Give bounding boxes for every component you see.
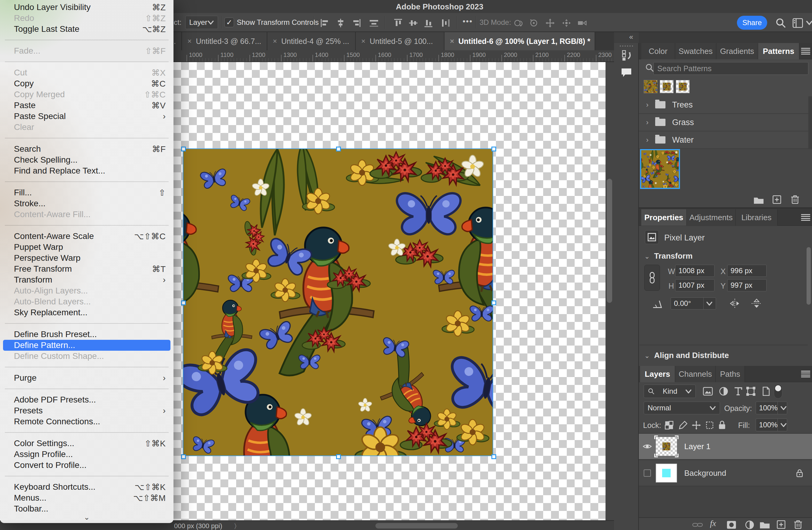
- distribute-horizontal-icon[interactable]: [369, 18, 379, 28]
- tab-paths[interactable]: Paths: [716, 366, 745, 382]
- menu-item-adobe-pdf-presets[interactable]: Adobe PDF Presets...: [0, 394, 173, 405]
- layer-thumbnail[interactable]: [656, 464, 677, 483]
- filter-kind-dropdown[interactable]: Kind: [644, 385, 696, 398]
- tab-gradients[interactable]: Gradients: [716, 43, 758, 59]
- filter-pixel-layers-icon[interactable]: [702, 386, 713, 397]
- collapse-panels-icon[interactable]: «: [629, 33, 633, 41]
- delete-icon[interactable]: [789, 194, 800, 204]
- tab-color[interactable]: Color: [641, 43, 675, 59]
- pattern-preset-3[interactable]: [676, 80, 690, 93]
- 3d-orbit-icon[interactable]: [513, 18, 523, 28]
- align-right-edges-icon[interactable]: [351, 18, 361, 28]
- horizontal-scrollbar[interactable]: [375, 523, 458, 529]
- lock-all-icon[interactable]: [717, 420, 727, 430]
- menu-item-define-brush-preset[interactable]: Define Brush Preset...: [0, 329, 173, 340]
- flip-vertical-icon[interactable]: [750, 297, 763, 310]
- new-pattern-icon[interactable]: [771, 195, 782, 205]
- menu-item-find-and-replace-text[interactable]: Find and Replace Text...: [0, 166, 173, 176]
- panel-menu-icon[interactable]: [801, 371, 810, 377]
- menu-item-copy[interactable]: Copy⌘C: [0, 78, 173, 89]
- tab-swatches[interactable]: Swatches: [675, 43, 716, 59]
- dock-grip-handle[interactable]: [620, 45, 633, 47]
- blend-mode-dropdown[interactable]: Normal: [644, 402, 720, 414]
- x-field[interactable]: 996 px: [727, 265, 767, 277]
- menu-item-toggle-last-state[interactable]: Toggle Last State⌥⌘Z: [0, 24, 173, 34]
- vertical-scrollbar[interactable]: [607, 179, 612, 303]
- tab-layers[interactable]: Layers: [640, 366, 675, 382]
- show-transform-controls-checkbox[interactable]: ✓: [224, 17, 234, 27]
- height-field[interactable]: 1007 px: [675, 279, 714, 291]
- more-options-icon[interactable]: •••: [463, 17, 473, 26]
- filter-adjustment-layers-icon[interactable]: [718, 386, 729, 397]
- align-distribute-header[interactable]: ⌄Align and Distribute: [644, 351, 729, 360]
- expand-folder-icon[interactable]: ›: [646, 136, 649, 144]
- 3d-roll-icon[interactable]: [528, 18, 539, 28]
- opacity-field[interactable]: 100%: [756, 402, 787, 414]
- tab-adjustments[interactable]: Adjustments: [687, 209, 736, 226]
- search-patterns-input[interactable]: Search Patterns: [653, 62, 808, 75]
- lock-image-icon[interactable]: [678, 420, 688, 430]
- align-top-edges-icon[interactable]: [393, 18, 403, 28]
- document-tab-2[interactable]: ×Untitled-4 @ 25% ...: [267, 32, 356, 50]
- layer-name[interactable]: Layer 1: [684, 442, 711, 451]
- link-dimensions-button[interactable]: [644, 265, 660, 291]
- y-field[interactable]: 997 px: [727, 279, 767, 291]
- align-bottom-edges-icon[interactable]: [423, 18, 434, 28]
- document-tab-4[interactable]: ×Untitled-6 @ 100% (Layer 1, RGB/8) *: [445, 32, 595, 50]
- share-button[interactable]: Share: [737, 16, 767, 30]
- status-chevron-icon[interactable]: 〉: [234, 522, 241, 530]
- menu-item-search[interactable]: Search⌘F: [0, 144, 173, 155]
- layer-visibility-eye-icon[interactable]: [639, 442, 656, 451]
- new-layer-icon[interactable]: [776, 519, 786, 530]
- lock-transparency-icon[interactable]: [664, 420, 674, 430]
- selected-pattern-thumbnail[interactable]: [640, 149, 680, 189]
- menu-item-paste-special[interactable]: Paste Special›: [0, 111, 173, 122]
- filter-smart-objects-icon[interactable]: [760, 386, 771, 397]
- menu-item-remote-connections[interactable]: Remote Connections...: [0, 416, 173, 427]
- chevron-down-icon[interactable]: [806, 20, 812, 25]
- width-field[interactable]: 1008 px: [675, 265, 714, 277]
- menu-item-assign-profile[interactable]: Assign Profile...: [0, 449, 173, 460]
- transform-section-header[interactable]: ⌄Transform: [644, 252, 693, 261]
- filter-toggle-switch[interactable]: [774, 384, 782, 399]
- select-mode-dropdown[interactable]: Layer: [185, 16, 218, 29]
- new-adjustment-layer-icon[interactable]: [744, 520, 755, 530]
- close-tab-icon[interactable]: ×: [273, 37, 277, 45]
- menu-item-presets[interactable]: Presets›: [0, 405, 173, 416]
- link-layers-icon[interactable]: [692, 520, 703, 530]
- menu-item-puppet-warp[interactable]: Puppet Warp: [0, 242, 173, 253]
- layer-thumbnail[interactable]: [656, 437, 677, 456]
- filter-type-layers-icon[interactable]: [733, 386, 743, 397]
- expand-folder-icon[interactable]: ›: [646, 118, 649, 127]
- tab-properties[interactable]: Properties: [641, 209, 687, 226]
- 3d-slide-icon[interactable]: [561, 18, 571, 28]
- menu-item-fill[interactable]: Fill...⇧: [0, 187, 173, 198]
- new-group-icon[interactable]: [759, 520, 770, 530]
- pattern-folder-grass[interactable]: ›Grass: [639, 114, 808, 131]
- menu-item-free-transform[interactable]: Free Transform⌘T: [0, 263, 173, 274]
- lock-artboard-icon[interactable]: [705, 420, 714, 430]
- align-vertical-centers-icon[interactable]: [408, 18, 418, 28]
- workspace-switcher-icon[interactable]: [792, 17, 803, 29]
- add-layer-mask-icon[interactable]: [726, 520, 737, 530]
- panel-menu-icon[interactable]: [801, 214, 810, 221]
- pattern-artwork-layer[interactable]: [184, 149, 493, 456]
- distribute-vertical-icon[interactable]: [440, 18, 451, 28]
- expand-folder-icon[interactable]: ›: [646, 101, 649, 109]
- menu-scroll-down-icon[interactable]: ⌄: [0, 514, 173, 522]
- layer-name[interactable]: Background: [684, 469, 726, 478]
- tab-libraries[interactable]: Libraries: [736, 209, 778, 226]
- document-tab-3[interactable]: ×Untitled-5 @ 100...: [356, 32, 445, 50]
- flip-horizontal-icon[interactable]: [728, 298, 741, 309]
- layer-style-fx-icon[interactable]: fx: [710, 518, 716, 528]
- align-horizontal-centers-icon[interactable]: [335, 18, 346, 28]
- menu-item-check-spelling[interactable]: Check Spelling...: [0, 155, 173, 166]
- tab-channels[interactable]: Channels: [675, 366, 716, 382]
- close-tab-icon[interactable]: ×: [450, 37, 454, 45]
- menu-item-keyboard-shortcuts[interactable]: Keyboard Shortcuts...⌥⇧⌘K: [0, 482, 173, 492]
- menu-item-sky-replacement[interactable]: Sky Replacement...: [0, 307, 173, 318]
- layer-row-background[interactable]: Background: [639, 460, 812, 486]
- 3d-pan-icon[interactable]: [545, 18, 555, 28]
- properties-scrollbar[interactable]: [807, 247, 811, 305]
- align-left-edges-icon[interactable]: [320, 18, 331, 28]
